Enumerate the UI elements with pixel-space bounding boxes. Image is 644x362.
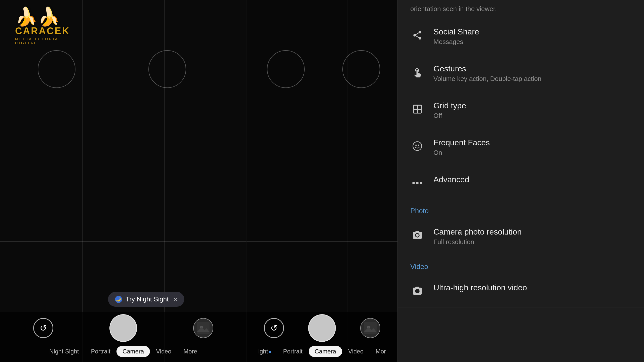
- settings-social-share-subtitle: Messages: [433, 38, 631, 46]
- camera-controls-row-right: ↺: [247, 314, 397, 342]
- night-sight-label: Try Night Sight: [126, 295, 169, 303]
- tab-video-right[interactable]: Video: [342, 346, 370, 357]
- settings-gestures-subtitle: Volume key action, Double-tap action: [433, 75, 631, 83]
- settings-item-frequent-faces[interactable]: Frequent Faces On: [398, 129, 644, 166]
- thumbnail-icon-right: [364, 322, 377, 334]
- settings-frequent-faces-subtitle: On: [433, 149, 631, 157]
- settings-advanced-text: Advanced: [433, 175, 631, 186]
- more-icon: [410, 176, 424, 190]
- settings-item-grid-type[interactable]: Grid type Off: [398, 92, 644, 129]
- camera-controls-row: ↺: [0, 314, 247, 342]
- night-sight-toast: 🌙 Try Night Sight ×: [108, 292, 184, 307]
- settings-photo-resolution-title: Camera photo resolution: [433, 227, 631, 237]
- capture-button-left[interactable]: [109, 314, 137, 342]
- svg-point-11: [416, 182, 419, 184]
- settings-item-photo-resolution[interactable]: Camera photo resolution Full resolution: [398, 218, 644, 255]
- flip-camera-button[interactable]: ↺: [33, 318, 53, 338]
- mode-dot-icon: [269, 351, 271, 353]
- tab-more-right[interactable]: Mor: [370, 346, 392, 357]
- grid-overlay-right: [247, 0, 397, 362]
- night-sight-close-button[interactable]: ×: [174, 296, 177, 303]
- tab-more-left[interactable]: More: [177, 346, 203, 357]
- camera-icon: [410, 228, 424, 242]
- settings-ultra-high-video-text: Ultra-high resolution video: [433, 283, 631, 294]
- settings-grid-type-subtitle: Off: [433, 112, 631, 120]
- grid-icon: [410, 102, 424, 116]
- bottom-controls-right: ↺ ight Portrait Camera Video Mor: [247, 312, 397, 362]
- tab-portrait-left[interactable]: Portrait: [85, 346, 116, 357]
- logo-container: 🍌🍌 CARACEK MEDIA TUTORIAL DIGITAL: [15, 8, 70, 45]
- logo-subtitle: MEDIA TUTORIAL DIGITAL: [15, 37, 70, 45]
- tab-night-sight-right[interactable]: ight: [252, 346, 277, 357]
- svg-point-9: [416, 145, 416, 146]
- face-icon: [410, 139, 424, 153]
- svg-rect-3: [364, 322, 377, 334]
- gesture-icon: [410, 65, 424, 79]
- viewfinder-circle-right: [148, 50, 186, 88]
- svg-point-12: [420, 182, 422, 184]
- settings-section-video: Video: [398, 255, 644, 274]
- video-res-icon: [410, 284, 424, 298]
- flip-camera-button-right[interactable]: ↺: [264, 318, 284, 338]
- settings-item-gestures[interactable]: Gestures Volume key action, Double-tap a…: [398, 55, 644, 92]
- settings-photo-resolution-subtitle: Full resolution: [433, 238, 631, 246]
- settings-grid-type-title: Grid type: [433, 101, 631, 110]
- thumbnail-button-left[interactable]: [193, 318, 213, 338]
- settings-social-share-title: Social Share: [433, 27, 631, 36]
- settings-panel: orientation seen in the viewer. Social S…: [397, 0, 644, 362]
- viewfinder-circle-right-b: [342, 50, 380, 88]
- settings-gestures-title: Gestures: [433, 64, 631, 73]
- settings-photo-resolution-text: Camera photo resolution Full resolution: [433, 227, 631, 246]
- settings-frequent-faces-text: Frequent Faces On: [433, 138, 631, 157]
- settings-section-photo: Photo: [398, 199, 644, 218]
- tab-camera-right[interactable]: Camera: [309, 346, 342, 357]
- svg-point-8: [418, 145, 419, 146]
- tab-night-sight-left[interactable]: Night Sight: [43, 346, 85, 357]
- settings-item-advanced[interactable]: Advanced: [398, 166, 644, 199]
- grid-overlay: [0, 0, 247, 362]
- viewfinder-circle-right-a: [267, 50, 305, 88]
- settings-item-ultra-high-video[interactable]: Ultra-high resolution video: [398, 274, 644, 307]
- thumbnail-button-right[interactable]: [360, 318, 380, 338]
- svg-point-10: [412, 182, 415, 184]
- svg-rect-0: [197, 322, 210, 334]
- night-sight-moon-icon: 🌙: [115, 296, 122, 303]
- bottom-controls: ↺ Night Sight Portrait Camera Video More: [0, 312, 247, 362]
- settings-gestures-text: Gestures Volume key action, Double-tap a…: [433, 64, 631, 83]
- settings-advanced-title: Advanced: [433, 175, 631, 184]
- tab-video-left[interactable]: Video: [150, 346, 177, 357]
- settings-ultra-high-video-title: Ultra-high resolution video: [433, 283, 631, 292]
- mode-tabs-right: ight Portrait Camera Video Mor: [247, 346, 397, 357]
- camera-viewfinder-left: 🍌🍌 CARACEK MEDIA TUTORIAL DIGITAL 🌙 Try …: [0, 0, 247, 362]
- settings-item-social-share[interactable]: Social Share Messages: [398, 18, 644, 55]
- camera-viewfinder-right: ↺ ight Portrait Camera Video Mor: [247, 0, 397, 362]
- settings-frequent-faces-title: Frequent Faces: [433, 138, 631, 147]
- tab-camera-left[interactable]: Camera: [116, 346, 150, 357]
- settings-top-note: orientation seen in the viewer.: [398, 0, 644, 18]
- logo-emoji: 🍌🍌: [15, 8, 70, 26]
- logo-brand: CARACEK: [15, 26, 70, 36]
- settings-grid-type-text: Grid type Off: [433, 101, 631, 120]
- tab-portrait-right[interactable]: Portrait: [277, 346, 308, 357]
- mode-tabs-left: Night Sight Portrait Camera Video More: [0, 346, 247, 357]
- svg-point-6: [413, 142, 422, 151]
- settings-social-share-text: Social Share Messages: [433, 27, 631, 46]
- capture-button-right[interactable]: [308, 314, 336, 342]
- share-icon: [410, 28, 424, 42]
- viewfinder-circle-left: [38, 50, 75, 88]
- thumbnail-icon: [197, 322, 210, 334]
